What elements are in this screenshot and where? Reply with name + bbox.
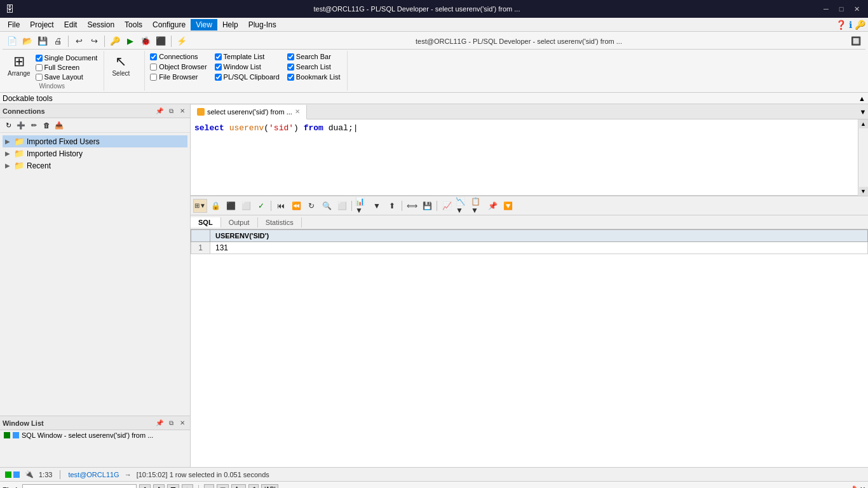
find-list-btn[interactable]: ☰: [167, 484, 179, 489]
close-button[interactable]: ✕: [850, 3, 863, 15]
sql-editor[interactable]: select userenv('sid') from dual;: [191, 119, 858, 196]
find-all-btn[interactable]: 🔍: [320, 199, 334, 213]
maximize2-icon[interactable]: 🔲: [849, 34, 863, 48]
result-tab-statistics[interactable]: Statistics: [258, 217, 302, 227]
find-prev-btn[interactable]: ⬆: [139, 484, 151, 489]
winlist-float-btn[interactable]: ⧉: [166, 418, 176, 428]
more-icon[interactable]: ⚡: [175, 34, 189, 48]
winlist-pin-btn[interactable]: 📌: [154, 418, 165, 428]
template-list-checkbox[interactable]: Template List: [214, 52, 281, 61]
menu-edit[interactable]: Edit: [59, 19, 83, 30]
check-btn[interactable]: ✓: [254, 199, 268, 213]
menu-plugins[interactable]: Plug-Ins: [243, 19, 281, 30]
find-more-btn[interactable]: ▦: [217, 484, 229, 489]
tree-item-imported-fixed[interactable]: ▶ 📁 Imported Fixed Users: [3, 135, 187, 147]
find-box-btn[interactable]: □: [204, 484, 214, 489]
sort-asc-btn[interactable]: ⬆: [385, 199, 399, 213]
export-btn[interactable]: ▼: [370, 199, 384, 213]
redo-icon[interactable]: ↪: [87, 34, 101, 48]
filter-btn[interactable]: 🔽: [501, 199, 515, 213]
save-layout-checkbox[interactable]: Save Layout: [34, 72, 99, 81]
minimize-button[interactable]: ─: [820, 3, 832, 15]
file-browser-checkbox[interactable]: File Browser: [149, 72, 208, 81]
undo-icon[interactable]: ↩: [72, 34, 86, 48]
green-led: [5, 471, 11, 478]
find-input[interactable]: [22, 484, 137, 489]
find-next-btn[interactable]: ⬇: [153, 484, 165, 489]
result-tab-output[interactable]: Output: [221, 217, 258, 227]
refresh-conn-btn[interactable]: ↻: [3, 119, 14, 131]
exec-btn[interactable]: ⊞▼: [193, 199, 207, 213]
find-close-btn[interactable]: ✕: [860, 485, 865, 488]
new-file-icon[interactable]: 📄: [5, 34, 19, 48]
tree-item-recent[interactable]: ▶ 📁 Recent: [3, 159, 187, 172]
result-tab-sql[interactable]: SQL: [191, 217, 221, 227]
scroll-up-btn[interactable]: ▲: [859, 119, 868, 128]
import-conn-btn[interactable]: 📥: [53, 119, 65, 131]
col-fit-btn[interactable]: ⟺: [405, 199, 419, 213]
connections-pin-btn[interactable]: 📌: [154, 106, 165, 116]
pin-result-btn[interactable]: 📌: [485, 199, 499, 213]
menu-project[interactable]: Project: [25, 19, 58, 30]
tab-bar: select userenv('sid') from ... ✕ ▼: [191, 104, 868, 119]
grid-btn[interactable]: 📊▼: [355, 199, 369, 213]
connections-float-btn[interactable]: ⧉: [166, 106, 176, 116]
search-bar-checkbox[interactable]: Search Bar: [286, 52, 342, 61]
collapse-icon[interactable]: ▲: [858, 95, 865, 102]
plsql-clipboard-checkbox[interactable]: PL/SQL Clipboard: [214, 72, 281, 81]
winlist-close-btn[interactable]: ✕: [177, 418, 187, 428]
find-pin-btn[interactable]: 📌: [848, 485, 857, 488]
edit-conn-btn[interactable]: ✏: [28, 119, 39, 131]
menu-configure[interactable]: Configure: [147, 19, 191, 30]
menu-help[interactable]: Help: [217, 19, 243, 30]
sql-tab[interactable]: select userenv('sid') from ... ✕: [191, 105, 307, 119]
skip-first-btn[interactable]: ⏮: [274, 199, 288, 213]
find-regex-btn[interactable]: .*: [248, 484, 259, 489]
chart-btn[interactable]: 📈: [440, 199, 454, 213]
scroll-down-btn[interactable]: ▼: [859, 187, 868, 196]
menu-view[interactable]: View: [191, 19, 217, 30]
chart2-btn[interactable]: 📉▼: [455, 199, 469, 213]
refresh-btn[interactable]: ↻: [304, 199, 318, 213]
object-browser-checkbox[interactable]: Object Browser: [149, 62, 208, 71]
menu-session[interactable]: Session: [82, 19, 119, 30]
stop-icon[interactable]: ⬛: [154, 34, 168, 48]
find-ab-btn[interactable]: 'AB': [261, 484, 278, 489]
menu-tools[interactable]: Tools: [119, 19, 147, 30]
commit-btn[interactable]: ⬛: [224, 199, 238, 213]
key-icon[interactable]: 🔑: [855, 20, 865, 30]
skip-prev-btn[interactable]: ⏪: [289, 199, 303, 213]
window-list-item[interactable]: SQL Window - select userenv('sid') from …: [0, 430, 190, 440]
stop-query-btn[interactable]: ⬜: [335, 199, 349, 213]
maximize-button[interactable]: □: [835, 3, 848, 15]
print-icon[interactable]: 🖨: [51, 34, 65, 48]
select-button[interactable]: ↖ Select: [108, 52, 133, 78]
tree-item-imported-history[interactable]: ▶ 📁 Imported History: [3, 147, 187, 159]
delete-conn-btn[interactable]: 🗑: [41, 119, 52, 131]
connections-close-btn[interactable]: ✕: [177, 106, 187, 116]
tab-close-btn[interactable]: ✕: [295, 108, 300, 115]
save-grid-btn[interactable]: 💾: [420, 199, 434, 213]
connections-checkbox[interactable]: Connections: [149, 52, 208, 61]
tabs-scroll-btn[interactable]: ▼: [858, 105, 868, 119]
bookmark-list-checkbox[interactable]: Bookmark List: [286, 72, 342, 81]
arrange-button[interactable]: ⊞ Arrange: [5, 52, 33, 78]
search-list-checkbox[interactable]: Search List: [286, 62, 342, 71]
debug2-icon[interactable]: 🐞: [139, 34, 153, 48]
rollback-btn[interactable]: ⬜: [239, 199, 253, 213]
menu-file[interactable]: File: [3, 19, 25, 30]
open-icon[interactable]: 📂: [20, 34, 34, 48]
full-screen-checkbox[interactable]: Full Screen: [34, 63, 99, 72]
help-icon[interactable]: ❓: [836, 20, 846, 30]
run-icon[interactable]: ▶: [123, 34, 137, 48]
lock-btn[interactable]: 🔒: [208, 199, 222, 213]
window-list-checkbox[interactable]: Window List: [214, 62, 281, 71]
debug-icon[interactable]: 🔑: [108, 34, 122, 48]
info-icon[interactable]: ℹ: [849, 20, 852, 30]
find-aa-btn[interactable]: Aa: [231, 484, 245, 489]
single-document-checkbox[interactable]: Single Document: [34, 53, 99, 62]
save-icon[interactable]: 💾: [36, 34, 50, 48]
add-conn-btn[interactable]: ➕: [15, 119, 27, 131]
find-highlight-btn[interactable]: ◆: [182, 484, 193, 489]
table-btn[interactable]: 📋▼: [470, 199, 484, 213]
